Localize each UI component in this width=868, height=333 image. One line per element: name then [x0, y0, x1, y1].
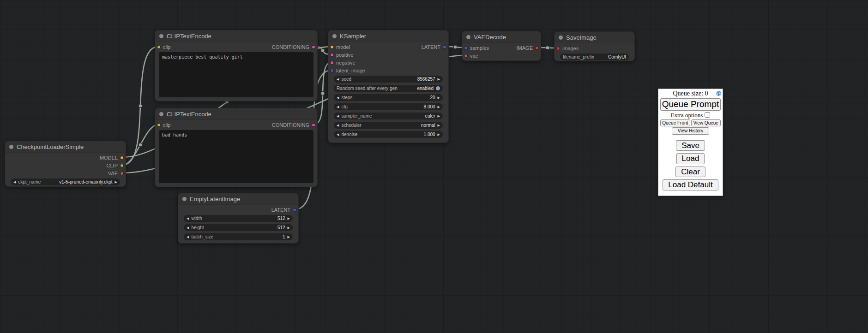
decrement-arrow-icon[interactable]: ◀: [337, 114, 339, 118]
graph-canvas[interactable]: Queue size: 0 Queue Prompt Extra options…: [0, 0, 868, 333]
widget-label: steps: [341, 95, 352, 100]
widget-scheduler[interactable]: ◀schedulernormal▶: [334, 122, 443, 129]
slot-label: LATENT: [422, 44, 440, 50]
node-title-bar[interactable]: EmptyLatentImage: [178, 193, 298, 205]
widget-label: seed: [341, 77, 351, 82]
link-clip[interactable]: [122, 47, 158, 165]
widget-denoise[interactable]: ◀denoise1.000▶: [334, 131, 443, 138]
input-dot-latent-image[interactable]: [330, 69, 334, 72]
node-collapse-dot[interactable]: [559, 36, 563, 40]
input-dot-images[interactable]: [556, 47, 560, 50]
increment-arrow-icon[interactable]: ▶: [438, 124, 440, 127]
widget-seed[interactable]: ◀seed8566257▶: [334, 76, 443, 83]
queue-front-button[interactable]: Queue Front: [660, 119, 690, 127]
widget-label: batch_size: [191, 234, 213, 239]
node-collapse-dot[interactable]: [159, 112, 163, 116]
load-button[interactable]: Load: [676, 153, 705, 164]
increment-arrow-icon[interactable]: ▶: [438, 133, 440, 136]
decrement-arrow-icon[interactable]: ◀: [187, 235, 189, 238]
node-clip-text-encode-negative[interactable]: CLIPTextEncodeclipCONDITIONINGbad hands: [155, 108, 318, 187]
load-default-button[interactable]: Load Default: [663, 179, 718, 190]
widget-value: ComfyUI: [608, 54, 626, 59]
toggle-knob[interactable]: [436, 86, 440, 90]
clear-button[interactable]: Clear: [675, 166, 705, 178]
prompt-textarea[interactable]: masterpiece best quality girl: [159, 52, 313, 97]
decrement-arrow-icon[interactable]: ◀: [337, 105, 339, 108]
output-dot-model[interactable]: [120, 156, 124, 160]
input-slot-latent-image: latent_image: [328, 67, 448, 74]
extra-options-checkbox[interactable]: [705, 112, 710, 118]
widget-batch-size[interactable]: ◀batch_size1▶: [184, 233, 293, 240]
decrement-arrow-icon[interactable]: ◀: [13, 180, 16, 184]
node-clip-text-encode-positive[interactable]: CLIPTextEncodeclipCONDITIONINGmasterpiec…: [155, 30, 318, 101]
widget-ckpt-name[interactable]: ◀ckpt_namev1-5-pruned-emaonly.ckpt▶: [11, 178, 120, 185]
output-dot-clip[interactable]: [120, 164, 124, 167]
node-title-bar[interactable]: KSampler: [328, 30, 448, 42]
increment-arrow-icon[interactable]: ▶: [438, 105, 440, 108]
link-clip[interactable]: [122, 125, 158, 165]
view-history-button[interactable]: View History: [672, 127, 709, 135]
increment-arrow-icon[interactable]: ▶: [115, 180, 117, 184]
node-ksampler[interactable]: KSamplermodelpositivenegativelatent_imag…: [328, 30, 449, 143]
slot-label: CONDITIONING: [272, 122, 309, 128]
output-dot-conditioning[interactable]: [312, 123, 315, 127]
output-slot-clip: CLIP: [5, 162, 126, 169]
node-title-label: EmptyLatentImage: [190, 196, 240, 202]
widget-sampler-name[interactable]: ◀sampler_nameeuler▶: [334, 113, 443, 119]
prompt-textarea[interactable]: bad hands: [159, 130, 313, 183]
widget-height[interactable]: ◀height512▶: [184, 224, 293, 231]
increment-arrow-icon[interactable]: ▶: [288, 217, 290, 220]
input-dot-vae[interactable]: [464, 54, 468, 58]
output-slot-vae: VAE: [5, 170, 126, 177]
widget-cfg[interactable]: ◀cfg8.000▶: [334, 103, 443, 110]
settings-gear-icon[interactable]: [716, 91, 721, 96]
node-title-bar[interactable]: CLIPTextEncode: [155, 108, 317, 120]
widget-value: 8566257: [417, 77, 435, 82]
node-collapse-dot[interactable]: [159, 34, 163, 38]
slot-label: LATENT: [271, 207, 290, 213]
output-dot-latent[interactable]: [443, 45, 446, 49]
slot-label: MODEL: [100, 155, 118, 161]
increment-arrow-icon[interactable]: ▶: [438, 77, 440, 81]
node-vae-decode[interactable]: VAEDecodesamplesvaeIMAGE: [462, 31, 541, 61]
increment-arrow-icon[interactable]: ▶: [288, 226, 290, 229]
save-button[interactable]: Save: [676, 140, 705, 151]
decrement-arrow-icon[interactable]: ◀: [187, 226, 189, 229]
decrement-arrow-icon[interactable]: ◀: [337, 124, 339, 127]
increment-arrow-icon[interactable]: ▶: [438, 96, 440, 99]
output-dot-vae[interactable]: [120, 172, 124, 175]
node-collapse-dot[interactable]: [466, 35, 470, 39]
view-queue-button[interactable]: View Queue: [691, 119, 721, 127]
widget-value: normal: [421, 123, 435, 128]
node-title-label: KSampler: [340, 33, 366, 40]
widget-filename-prefix[interactable]: filename_prefixComfyUI: [560, 54, 629, 60]
node-empty-latent-image[interactable]: EmptyLatentImageLATENT◀width512▶◀height5…: [178, 193, 299, 244]
output-slot-image: IMAGE: [462, 45, 541, 51]
input-dot-positive[interactable]: [330, 53, 334, 57]
node-collapse-dot[interactable]: [332, 34, 337, 38]
increment-arrow-icon[interactable]: ▶: [288, 235, 290, 238]
widget-random-seed-after-every-gen[interactable]: Random seed after every genenabled: [334, 85, 443, 92]
decrement-arrow-icon[interactable]: ◀: [337, 77, 339, 81]
node-collapse-dot[interactable]: [9, 145, 13, 149]
node-checkpoint-loader-simple[interactable]: CheckpointLoaderSimpleMODELCLIPVAE◀ckpt_…: [5, 141, 126, 187]
decrement-arrow-icon[interactable]: ◀: [187, 217, 189, 220]
node-title-bar[interactable]: CheckpointLoaderSimple: [5, 141, 126, 153]
input-dot-negative[interactable]: [330, 61, 334, 65]
node-title-bar[interactable]: SaveImage: [555, 32, 634, 43]
decrement-arrow-icon[interactable]: ◀: [337, 96, 339, 99]
widget-steps[interactable]: ◀steps20▶: [334, 94, 443, 101]
output-dot-latent[interactable]: [293, 208, 296, 212]
node-collapse-dot[interactable]: [182, 197, 187, 201]
node-save-image[interactable]: SaveImageimagesfilename_prefixComfyUI: [554, 31, 635, 61]
decrement-arrow-icon[interactable]: ◀: [337, 133, 339, 136]
output-slot-latent: LATENT: [178, 207, 298, 213]
node-title-bar[interactable]: VAEDecode: [462, 31, 541, 43]
increment-arrow-icon[interactable]: ▶: [438, 114, 440, 118]
output-dot-conditioning[interactable]: [312, 45, 315, 49]
widget-width[interactable]: ◀width512▶: [184, 215, 293, 222]
queue-prompt-button[interactable]: Queue Prompt: [660, 98, 721, 111]
node-title-bar[interactable]: CLIPTextEncode: [155, 30, 317, 42]
output-dot-image[interactable]: [535, 46, 539, 50]
slot-label: CLIP: [107, 163, 118, 168]
